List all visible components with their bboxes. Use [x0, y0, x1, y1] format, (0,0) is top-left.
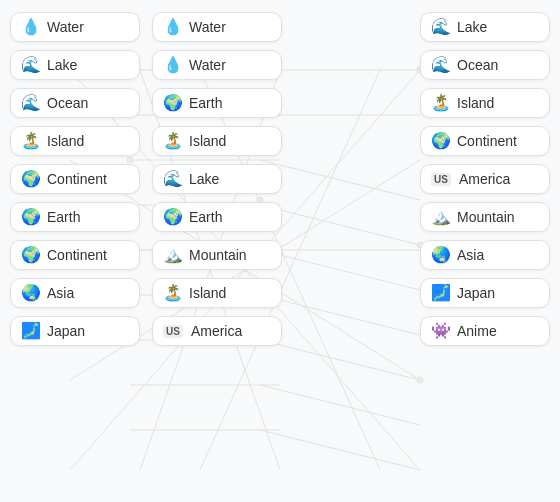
- tag-label-mc4: Island: [189, 133, 226, 149]
- tag-icon-rc2: 🌊: [431, 57, 451, 73]
- tag-mc9[interactable]: USAmerica: [152, 316, 282, 346]
- tag-label-rc4: Continent: [457, 133, 517, 149]
- tag-mc2[interactable]: 💧Water: [152, 50, 282, 80]
- tag-label-rc1: Lake: [457, 19, 487, 35]
- tag-mc6[interactable]: 🌍Earth: [152, 202, 282, 232]
- tag-rc9[interactable]: 👾Anime: [420, 316, 550, 346]
- tag-icon-lc5: 🌍: [21, 171, 41, 187]
- tag-lc3[interactable]: 🌊Ocean: [10, 88, 140, 118]
- tag-icon-rc4: 🌍: [431, 133, 451, 149]
- tag-icon-rc6: 🏔️: [431, 209, 451, 225]
- tag-icon-mc5: 🌊: [163, 171, 183, 187]
- tag-rc3[interactable]: 🏝️Island: [420, 88, 550, 118]
- tag-icon-lc8: 🌏: [21, 285, 41, 301]
- tag-rc2[interactable]: 🌊Ocean: [420, 50, 550, 80]
- tag-lc7[interactable]: 🌍Continent: [10, 240, 140, 270]
- tag-icon-mc3: 🌍: [163, 95, 183, 111]
- tag-label-lc7: Continent: [47, 247, 107, 263]
- tag-lc6[interactable]: 🌍Earth: [10, 202, 140, 232]
- tag-icon-rc5: US: [431, 173, 451, 186]
- tag-icon-lc6: 🌍: [21, 209, 41, 225]
- tag-label-mc5: Lake: [189, 171, 219, 187]
- tag-lc1[interactable]: 💧Water: [10, 12, 140, 42]
- tag-label-rc9: Anime: [457, 323, 497, 339]
- tag-rc1[interactable]: 🌊Lake: [420, 12, 550, 42]
- tag-label-mc1: Water: [189, 19, 226, 35]
- tag-label-rc5: America: [459, 171, 510, 187]
- tag-icon-mc1: 💧: [163, 19, 183, 35]
- tag-label-mc2: Water: [189, 57, 226, 73]
- tag-label-mc9: America: [191, 323, 242, 339]
- tag-icon-lc7: 🌍: [21, 247, 41, 263]
- tag-icon-rc9: 👾: [431, 323, 451, 339]
- tag-mc4[interactable]: 🏝️Island: [152, 126, 282, 156]
- tag-icon-mc8: 🏝️: [163, 285, 183, 301]
- tag-icon-lc9: 🗾: [21, 323, 41, 339]
- tag-icon-lc3: 🌊: [21, 95, 41, 111]
- tag-mc5[interactable]: 🌊Lake: [152, 164, 282, 194]
- tag-label-lc9: Japan: [47, 323, 85, 339]
- tag-icon-lc1: 💧: [21, 19, 41, 35]
- mid-column: 💧Water💧Water🌍Earth🏝️Island🌊Lake🌍Earth🏔️M…: [152, 12, 282, 490]
- tag-icon-mc9: US: [163, 325, 183, 338]
- tag-lc8[interactable]: 🌏Asia: [10, 278, 140, 308]
- tag-label-rc7: Asia: [457, 247, 484, 263]
- tag-label-lc8: Asia: [47, 285, 74, 301]
- tag-mc7[interactable]: 🏔️Mountain: [152, 240, 282, 270]
- tag-lc9[interactable]: 🗾Japan: [10, 316, 140, 346]
- tag-lc4[interactable]: 🏝️Island: [10, 126, 140, 156]
- tag-label-rc8: Japan: [457, 285, 495, 301]
- tag-lc2[interactable]: 🌊Lake: [10, 50, 140, 80]
- tag-label-lc4: Island: [47, 133, 84, 149]
- tag-icon-mc4: 🏝️: [163, 133, 183, 149]
- tag-mc1[interactable]: 💧Water: [152, 12, 282, 42]
- tag-mc3[interactable]: 🌍Earth: [152, 88, 282, 118]
- right-column: 🌊Lake🌊Ocean🏝️Island🌍ContinentUSAmerica🏔️…: [420, 12, 550, 490]
- tag-label-rc6: Mountain: [457, 209, 515, 225]
- left-column: 💧Water🌊Lake🌊Ocean🏝️Island🌍Continent🌍Eart…: [10, 12, 140, 490]
- tag-icon-rc3: 🏝️: [431, 95, 451, 111]
- tag-label-mc6: Earth: [189, 209, 222, 225]
- tag-icon-mc6: 🌍: [163, 209, 183, 225]
- tag-label-mc7: Mountain: [189, 247, 247, 263]
- tag-icon-mc7: 🏔️: [163, 247, 183, 263]
- tag-mc8[interactable]: 🏝️Island: [152, 278, 282, 308]
- tag-icon-lc4: 🏝️: [21, 133, 41, 149]
- tag-label-mc3: Earth: [189, 95, 222, 111]
- tag-icon-rc7: 🌏: [431, 247, 451, 263]
- tag-label-lc3: Ocean: [47, 95, 88, 111]
- tag-label-rc2: Ocean: [457, 57, 498, 73]
- tag-label-lc2: Lake: [47, 57, 77, 73]
- tag-label-lc6: Earth: [47, 209, 80, 225]
- tag-icon-rc1: 🌊: [431, 19, 451, 35]
- tag-lc5[interactable]: 🌍Continent: [10, 164, 140, 194]
- tag-rc8[interactable]: 🗾Japan: [420, 278, 550, 308]
- tag-rc4[interactable]: 🌍Continent: [420, 126, 550, 156]
- tag-icon-rc8: 🗾: [431, 285, 451, 301]
- tag-label-lc1: Water: [47, 19, 84, 35]
- tag-icon-mc2: 💧: [163, 57, 183, 73]
- tag-rc6[interactable]: 🏔️Mountain: [420, 202, 550, 232]
- tag-rc5[interactable]: USAmerica: [420, 164, 550, 194]
- tag-label-lc5: Continent: [47, 171, 107, 187]
- tag-rc7[interactable]: 🌏Asia: [420, 240, 550, 270]
- tag-label-rc3: Island: [457, 95, 494, 111]
- tag-label-mc8: Island: [189, 285, 226, 301]
- tag-icon-lc2: 🌊: [21, 57, 41, 73]
